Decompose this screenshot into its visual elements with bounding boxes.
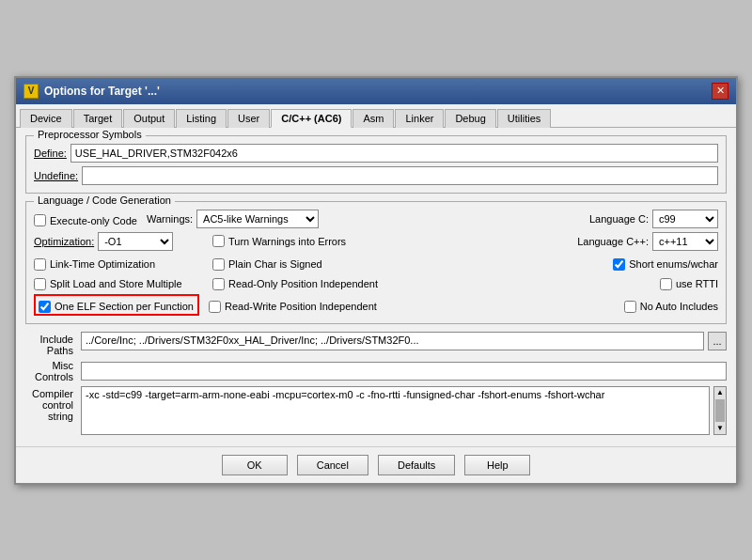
undefine-row: Undefine: (34, 166, 718, 185)
warnings-select[interactable]: AC5-like Warnings (196, 210, 319, 228)
link-time-opt-checkbox[interactable] (34, 258, 46, 271)
tab-linker[interactable]: Linker (395, 109, 444, 128)
short-enums-checkbox[interactable] (613, 258, 625, 271)
tab-utilities[interactable]: Utilities (497, 109, 551, 128)
language-cpp-select[interactable]: c++11 (652, 232, 718, 251)
optimization-label: Optimization: (34, 236, 94, 247)
title-bar: V Options for Target '...' ✕ (16, 78, 736, 104)
misc-controls-input[interactable] (81, 362, 727, 381)
main-window: V Options for Target '...' ✕ Device Targ… (14, 76, 738, 485)
scroll-up-arrow[interactable]: ▲ (714, 387, 726, 398)
title-bar-left: V Options for Target '...' (24, 84, 160, 99)
close-button[interactable]: ✕ (712, 83, 728, 100)
compiler-scrollbar[interactable]: ▲ ▼ (713, 386, 727, 435)
optimization-select[interactable]: -O1 (98, 232, 173, 251)
split-load-label: Split Load and Store Multiple (50, 278, 182, 289)
button-bar: OK Cancel Defaults Help (16, 446, 736, 483)
preprocessor-group: Preprocessor Symbols Define: Undefine: (25, 135, 727, 194)
one-elf-highlighted: One ELF Section per Function (34, 294, 199, 316)
define-row: Define: (34, 144, 718, 163)
language-group: Language / Code Generation Execute-only … (25, 201, 727, 324)
tab-asm[interactable]: Asm (352, 109, 394, 128)
preprocessor-group-label: Preprocessor Symbols (34, 129, 146, 140)
window-title: Options for Target '...' (44, 85, 160, 98)
help-button[interactable]: Help (464, 455, 530, 475)
no-auto-includes-label: No Auto Includes (640, 301, 718, 312)
short-enums-row: Short enums/wchar (613, 258, 718, 271)
use-rtti-checkbox[interactable] (660, 278, 672, 290)
language-group-label: Language / Code Generation (34, 194, 175, 206)
cancel-button[interactable]: Cancel (297, 455, 368, 475)
split-load-row: Split Load and Store Multiple (34, 278, 203, 290)
split-load-checkbox[interactable] (34, 278, 46, 290)
include-paths-label: Include Paths (25, 332, 77, 356)
warnings-label: Warnings: (147, 213, 193, 225)
tab-bar: Device Target Output Listing User C/C++ … (16, 104, 736, 128)
turn-warnings-checkbox[interactable] (212, 235, 225, 247)
define-input[interactable] (70, 144, 718, 163)
tab-output[interactable]: Output (123, 109, 175, 128)
tab-debug[interactable]: Debug (445, 109, 495, 128)
use-rtti-label: use RTTI (676, 278, 718, 289)
turn-warnings-label: Turn Warnings into Errors (228, 236, 346, 247)
execute-only-row: Execute-only Code (34, 214, 137, 226)
undefine-input[interactable] (82, 166, 718, 185)
use-rtti-row: use RTTI (660, 278, 718, 290)
compiler-control-input[interactable]: -xc -std=c99 -target=arm-arm-none-eabi -… (81, 386, 710, 435)
no-auto-includes-checkbox[interactable] (624, 301, 636, 313)
short-enums-label: Short enums/wchar (629, 258, 718, 270)
read-write-checkbox[interactable] (209, 301, 221, 313)
scroll-down-arrow[interactable]: ▼ (714, 423, 726, 434)
one-elf-row: One ELF Section per Function (39, 301, 195, 313)
link-time-opt-label: Link-Time Optimization (50, 258, 155, 270)
include-paths-browse-button[interactable]: ... (708, 332, 727, 350)
compiler-control-section: Compiler control string -xc -std=c99 -ta… (25, 386, 727, 435)
read-only-checkbox[interactable] (212, 278, 225, 290)
tab-target[interactable]: Target (73, 109, 123, 128)
read-write-label: Read-Write Position Independent (225, 301, 377, 312)
execute-only-label: Execute-only Code (50, 215, 137, 226)
tab-user[interactable]: User (227, 109, 270, 128)
defaults-button[interactable]: Defaults (378, 455, 455, 475)
language-c-select[interactable]: c99 (652, 210, 718, 228)
link-time-opt-row: Link-Time Optimization (34, 258, 203, 271)
read-only-row: Read-Only Position Independent (212, 278, 650, 290)
one-elf-label: One ELF Section per Function (55, 301, 194, 312)
language-c-label: Language C: (589, 213, 649, 225)
read-write-row: Read-Write Position Independent (209, 301, 615, 313)
content-area: Preprocessor Symbols Define: Undefine: L… (16, 128, 736, 446)
one-elf-checkbox[interactable] (39, 301, 51, 313)
plain-char-label: Plain Char is Signed (228, 258, 322, 270)
plain-char-row: Plain Char is Signed (212, 258, 603, 271)
no-auto-includes-row: No Auto Includes (624, 301, 718, 313)
read-only-label: Read-Only Position Independent (228, 278, 378, 289)
define-label: Define: (34, 148, 67, 159)
include-paths-input[interactable]: ../Core/Inc; ../Drivers/STM32F0xx_HAL_Dr… (81, 332, 704, 350)
compiler-control-label: Compiler control string (25, 386, 77, 422)
tab-device[interactable]: Device (20, 109, 72, 128)
app-icon: V (24, 84, 39, 99)
tab-listing[interactable]: Listing (176, 109, 227, 128)
plain-char-checkbox[interactable] (212, 258, 225, 271)
misc-controls-label: Misc Controls (25, 360, 77, 382)
undefine-label: Undefine: (34, 170, 78, 181)
include-paths-section: Include Paths ../Core/Inc; ../Drivers/ST… (25, 332, 727, 356)
scroll-thumb (715, 399, 725, 422)
language-cpp-label: Language C++: (577, 236, 649, 247)
ok-button[interactable]: OK (222, 455, 288, 475)
tab-cpp-ac6[interactable]: C/C++ (AC6) (271, 109, 352, 128)
execute-only-checkbox[interactable] (34, 214, 46, 226)
misc-controls-section: Misc Controls (25, 360, 727, 382)
